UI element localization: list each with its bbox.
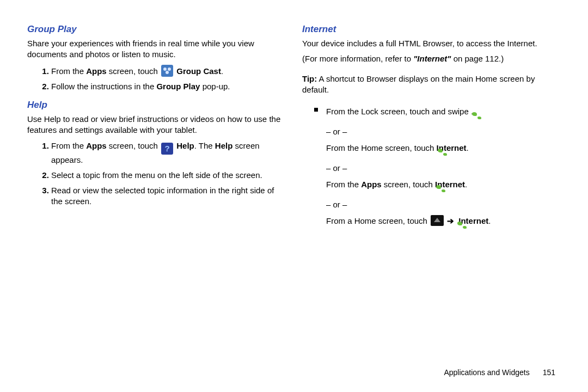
heading-group-play: Group Play xyxy=(27,24,286,35)
internet-tip: Tip: A shortcut to Browser displays on t… xyxy=(302,74,561,96)
right-column: Internet Your device includes a full HTM… xyxy=(302,22,561,235)
help-step-2: Select a topic from the menu on the left… xyxy=(51,170,286,181)
internet-intro: Your device includes a full HTML Browser… xyxy=(302,38,561,49)
help-icon xyxy=(161,143,173,155)
group-play-step-1: From the Apps screen, touch Group Cast. xyxy=(51,65,286,77)
internet-bullets: From the Lock screen, touch and swipe . … xyxy=(302,104,561,232)
internet-ref: (For more information, refer to "Interne… xyxy=(302,53,561,64)
page-footer: Applications and Widgets151 xyxy=(444,368,555,377)
help-intro: Use Help to read or view brief instructi… xyxy=(27,114,286,136)
group-play-steps: From the Apps screen, touch Group Cast. … xyxy=(27,65,286,93)
group-play-step-2: Follow the instructions in the Group Pla… xyxy=(51,81,286,92)
help-step-1: From the Apps screen, touch Help. The He… xyxy=(51,140,286,166)
group-cast-icon xyxy=(161,65,173,77)
help-step-3: Read or view the selected topic informat… xyxy=(51,185,286,207)
help-steps: From the Apps screen, touch Help. The He… xyxy=(27,140,286,207)
heading-internet: Internet xyxy=(302,24,561,35)
left-column: Group Play Share your experiences with f… xyxy=(27,22,286,235)
group-play-intro: Share your experiences with friends in r… xyxy=(27,38,286,60)
footer-page-number: 151 xyxy=(543,368,555,377)
up-arrow-icon xyxy=(431,215,444,226)
internet-bullet: From the Lock screen, touch and swipe . … xyxy=(326,104,561,232)
footer-section: Applications and Widgets xyxy=(444,368,529,377)
heading-help: Help xyxy=(27,100,286,111)
